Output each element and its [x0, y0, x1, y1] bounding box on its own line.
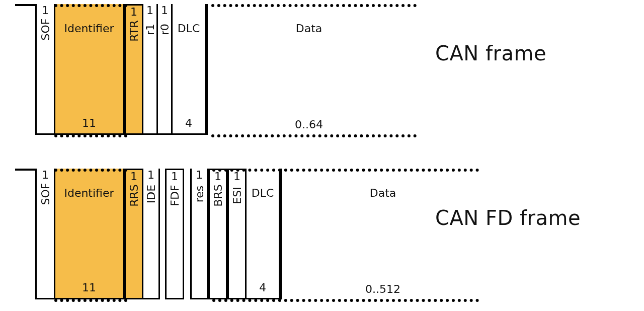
- can-field-dlc: DLC4: [171, 4, 206, 135]
- canfd-field-dlc: DLC4: [245, 169, 280, 299]
- canfd-title: CAN FD frame: [435, 206, 581, 229]
- canfd-leading-line: [15, 169, 35, 299]
- can-field-r1: r11: [142, 4, 158, 135]
- canfd-field-res: res1: [190, 169, 208, 299]
- canfd-field-fdf: FDF1: [165, 169, 184, 299]
- can-dotted-rail: [54, 4, 127, 7]
- can-field-rtr: RTR1: [124, 4, 143, 135]
- can-field-data: Data0..64: [206, 4, 410, 135]
- canfd-field-identifier-label: Identifier: [55, 187, 123, 199]
- canfd-field-sof-bits: 1: [37, 169, 54, 181]
- can-field-dlc-bits: 4: [173, 117, 205, 129]
- can-dotted-rail: [211, 4, 417, 7]
- can-field-data-label: Data: [208, 22, 410, 35]
- canfd-field-esi-bits: 1: [229, 170, 245, 183]
- can-field-r0-label: r0: [158, 24, 171, 35]
- can-field-r1-label: r1: [144, 24, 156, 35]
- canfd-field-strip: SOF1Identifier11RRS1IDE1FDF1res1BRS1ESI1…: [35, 169, 484, 299]
- can-leading-line: [15, 4, 35, 135]
- canfd-field-rrs-bits: 1: [126, 170, 142, 183]
- canfd-dotted-rail: [54, 169, 127, 172]
- can-field-r1-bits: 1: [143, 4, 156, 17]
- can-dotted-rail: [211, 134, 417, 137]
- can-field-identifier-bits: 11: [55, 117, 123, 129]
- canfd-field-sof: SOF1: [35, 169, 55, 299]
- canfd-field-fdf-label: FDF: [169, 185, 181, 206]
- can-field-r0: r01: [156, 4, 173, 135]
- canfd-field-rrs: RRS1: [124, 169, 143, 299]
- canfd-dotted-rail: [54, 299, 127, 302]
- canfd-field-data-label: Data: [282, 187, 484, 199]
- canfd-field-brs: BRS1: [208, 169, 227, 299]
- canfd-field-res-bits: 1: [192, 169, 207, 181]
- can-field-rtr-label: RTR: [128, 20, 140, 41]
- can-field-dlc-label: DLC: [173, 22, 205, 35]
- can-field-sof: SOF1: [35, 4, 55, 135]
- canfd-dotted-rail: [212, 169, 479, 172]
- can-title: CAN frame: [435, 42, 546, 65]
- canfd-field-esi: ESI1: [227, 169, 247, 299]
- canfd-field-rrs-label: RRS: [128, 184, 140, 207]
- canfd-field-res-label: res: [193, 186, 206, 203]
- can-field-r0-bits: 1: [158, 4, 171, 17]
- canfd-field-identifier-bits: 11: [55, 281, 123, 294]
- can-dotted-rail: [54, 134, 127, 137]
- canfd-field-data: Data0..512: [280, 169, 484, 299]
- canfd-field-brs-label: BRS: [212, 184, 224, 206]
- canfd-field-ide-label: IDE: [145, 185, 157, 203]
- canfd-field-data-bits: 0..512: [282, 283, 484, 295]
- canfd-field-dlc-bits: 4: [247, 281, 279, 294]
- canfd-field-sof-label: SOF: [39, 183, 52, 205]
- can-field-identifier: Identifier11: [54, 4, 124, 135]
- can-field-sof-label: SOF: [39, 19, 52, 41]
- can-field-rtr-bits: 1: [126, 6, 142, 18]
- canfd-field-fdf-bits: 1: [167, 170, 183, 183]
- canfd-field-ide: IDE1: [142, 169, 160, 299]
- canfd-field-esi-label: ESI: [231, 187, 244, 204]
- canfd-field-dlc-label: DLC: [247, 187, 279, 199]
- canfd-field-identifier: Identifier11: [54, 169, 124, 299]
- can-field-strip: SOF1Identifier11RTR1r11r01DLC4Data0..64: [35, 4, 410, 135]
- canfd-dotted-rail: [212, 299, 479, 302]
- can-field-sof-bits: 1: [37, 4, 54, 17]
- canfd-field-brs-bits: 1: [210, 170, 226, 183]
- can-field-data-bits: 0..64: [208, 118, 410, 131]
- canfd-field-ide-bits: 1: [143, 169, 158, 181]
- can-field-identifier-label: Identifier: [55, 22, 123, 35]
